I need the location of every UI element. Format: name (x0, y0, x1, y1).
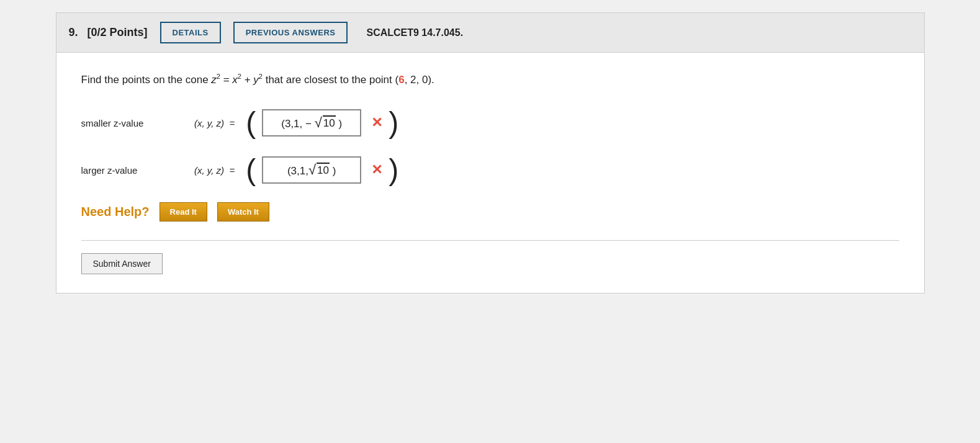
problem-statement: Find the points on the cone z2 = x2 + y2… (81, 71, 899, 88)
larger-sqrt-container: √10 (308, 163, 330, 177)
smaller-wrong-icon: ✕ (371, 115, 382, 131)
smaller-answer-box: (3,1, − √10 ) (262, 109, 361, 136)
points-label: [0/2 Points] (88, 26, 148, 38)
smaller-z-row: smaller z-value (x, y, z) = ( (3,1, − √1… (81, 108, 899, 138)
page-container: 9. [0/2 Points] DETAILS PREVIOUS ANSWERS… (56, 12, 925, 293)
larger-sqrt-number: 10 (317, 163, 330, 177)
question-number: 9. [0/2 Points] (69, 26, 148, 39)
header-bar: 9. [0/2 Points] DETAILS PREVIOUS ANSWERS… (56, 13, 924, 53)
smaller-sqrt-symbol: √ (315, 116, 322, 130)
larger-xyz-label: (x, y, z) = (187, 165, 235, 176)
smaller-close-outer-paren: ) (389, 108, 398, 138)
highlight-6: 6 (398, 74, 404, 86)
smaller-sqrt-container: √10 (315, 115, 336, 130)
need-help-label: Need Help? (81, 205, 150, 219)
read-it-button[interactable]: Read It (160, 202, 207, 222)
smaller-open-outer-paren: ( (246, 108, 256, 138)
larger-z-row: larger z-value (x, y, z) = ( (3,1,√10 ) … (81, 155, 899, 185)
smaller-sqrt-number: 10 (323, 115, 336, 130)
submit-section: Submit Answer (81, 240, 899, 274)
previous-answers-button[interactable]: PREVIOUS ANSWERS (233, 22, 348, 43)
larger-close-outer-paren: ) (389, 155, 398, 185)
larger-open-outer-paren: ( (246, 155, 256, 185)
submit-answer-button[interactable]: Submit Answer (81, 253, 163, 274)
details-button[interactable]: DETAILS (160, 22, 221, 43)
watch-it-button[interactable]: Watch It (217, 202, 269, 222)
smaller-xyz-label: (x, y, z) = (187, 118, 235, 128)
smaller-math-expr: (3,1, − √10 ) (281, 115, 342, 130)
larger-math-expr: (3,1,√10 ) (287, 163, 336, 177)
course-code: SCALCET9 14.7.045. (366, 27, 463, 38)
question-num-text: 9. (69, 26, 78, 38)
larger-answer-box: (3,1,√10 ) (262, 156, 361, 184)
larger-wrong-icon: ✕ (371, 162, 382, 178)
content-area: Find the points on the cone z2 = x2 + y2… (56, 53, 924, 293)
smaller-z-label: smaller z-value (81, 118, 181, 128)
need-help-section: Need Help? Read It Watch It (81, 202, 899, 222)
larger-z-label: larger z-value (81, 165, 181, 176)
larger-sqrt-symbol: √ (308, 163, 316, 177)
